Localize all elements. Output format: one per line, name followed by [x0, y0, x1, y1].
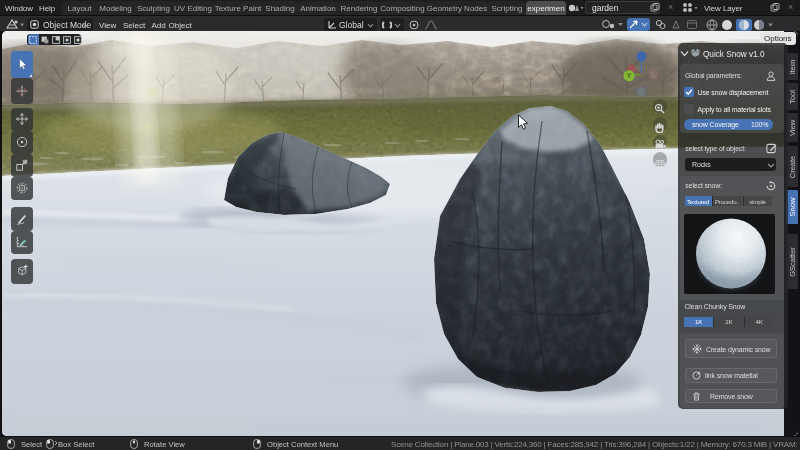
svg-text:Y: Y — [627, 72, 632, 79]
